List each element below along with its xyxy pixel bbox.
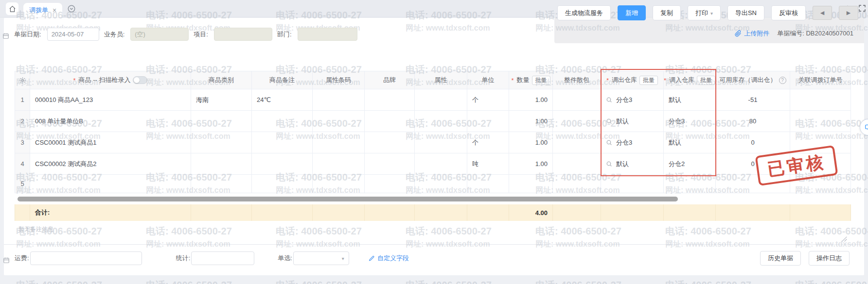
cell-category — [191, 111, 252, 132]
cell-product[interactable]: CSC00002 测试商品2 — [30, 153, 191, 175]
operation-log-button[interactable]: 操作日志 — [809, 251, 850, 266]
cell-attr-barcode — [313, 132, 365, 153]
search-icon[interactable] — [606, 118, 612, 124]
horizontal-scrollbar[interactable] — [18, 197, 678, 201]
cell-out-warehouse — [601, 175, 664, 193]
resize-handle-icon[interactable] — [841, 236, 848, 242]
cell-unit — [467, 175, 509, 193]
help-icon[interactable]: ? — [779, 77, 786, 84]
table-body: 1000010 商品AA_123海南24℃个1.00分仓3默认-512008 单… — [15, 89, 851, 193]
cell-related-order — [790, 89, 851, 111]
cell-in-warehouse[interactable]: 默认 — [664, 89, 716, 111]
prev-document-button[interactable]: ◀ — [813, 6, 832, 20]
column-related-order: 关联调拨订单号 — [790, 71, 851, 89]
column-attr: 属性 — [415, 71, 467, 89]
cell-product[interactable]: CSC00001 测试商品1 — [30, 132, 191, 153]
cell-in-warehouse[interactable]: 分仓2 — [664, 153, 716, 175]
bottom-bar: 运费: 统计: 单选: ▾ 自定义字段 — [15, 251, 409, 265]
document-form: 单据日期: 业务员: 项目: 部门: — [14, 28, 357, 41]
cell-attr — [415, 175, 467, 193]
column-in-warehouse: * 调入仓库 批量 — [664, 71, 716, 89]
next-document-button[interactable]: ▶ — [839, 6, 858, 20]
transfer-order-page: 调拨单 × 生成物流服务 新增 复制 打印▾ 导出SN 反审核 ◀ ▶ — [0, 0, 868, 284]
cell-brand — [365, 132, 415, 153]
fullscreen-icon[interactable] — [858, 4, 866, 12]
cell-category — [191, 175, 252, 193]
toolbar: 生成物流服务 新增 复制 打印▾ 导出SN 反审核 ◀ ▶ — [557, 5, 858, 20]
cell-row-number: 5 — [15, 175, 30, 193]
scan-gun-toggle[interactable] — [133, 76, 147, 84]
cell-attr-barcode — [313, 153, 365, 175]
column-product: * 商品 -- 扫描枪录入 — [30, 71, 191, 89]
salesman-input — [130, 28, 189, 41]
cell-out-warehouse[interactable]: 默认 — [601, 153, 664, 175]
generate-logistics-button[interactable]: 生成物流服务 — [557, 5, 611, 20]
custom-fields-link[interactable]: 自定义字段 — [369, 254, 409, 263]
cell-out-warehouse[interactable]: 分仓3 — [601, 132, 664, 153]
search-icon[interactable] — [606, 139, 612, 146]
upload-attachment-link[interactable]: 上传附件 — [735, 29, 769, 38]
cell-category — [191, 132, 252, 153]
cell-unit: 个 — [467, 89, 509, 111]
freight-input[interactable] — [30, 251, 142, 265]
history-button[interactable]: 历史单据 — [760, 251, 801, 266]
cell-in-warehouse[interactable]: 默认 — [664, 132, 716, 153]
search-icon[interactable] — [606, 161, 612, 167]
cell-brand — [365, 175, 415, 193]
date-input[interactable] — [47, 28, 99, 41]
cell-attr — [415, 89, 467, 111]
batch-in-warehouse-button[interactable]: 批量 — [697, 76, 715, 85]
column-available-stock: 可用库存（调出仓） ? — [716, 71, 790, 89]
column-settings — [15, 71, 30, 89]
cell-out-warehouse[interactable]: 默认 — [601, 111, 664, 132]
cell-available-stock: 80 — [716, 111, 790, 132]
caret-down-icon: ▾ — [710, 11, 713, 16]
unaudit-button[interactable]: 反审核 — [771, 5, 806, 20]
cell-unit: 吨 — [467, 153, 509, 175]
freight-label: 运费: — [15, 254, 29, 263]
cell-related-order — [790, 111, 851, 132]
tab-list-dropdown-button[interactable] — [67, 4, 76, 13]
column-brand: 品牌 — [365, 71, 415, 89]
cell-whole-piece — [553, 132, 601, 153]
cell-remark: 24℃ — [252, 89, 313, 111]
home-button[interactable] — [6, 2, 18, 15]
tab-label: 调拨单 — [29, 6, 48, 15]
print-button[interactable]: 打印▾ — [688, 5, 721, 20]
cell-qty[interactable]: 1.00 — [509, 132, 553, 153]
cell-qty[interactable]: 1.00 — [509, 111, 553, 132]
cell-attr — [415, 153, 467, 175]
cell-brand — [365, 111, 415, 132]
stats-label: 统计: — [176, 254, 191, 263]
dept-input — [298, 28, 357, 41]
column-qty: * 数量 批量 — [509, 71, 553, 89]
circle-chevron-down-icon — [67, 4, 76, 13]
batch-qty-button[interactable]: 批量 — [532, 76, 550, 85]
search-icon[interactable] — [606, 97, 612, 103]
cell-in-warehouse[interactable]: 分仓3 — [664, 111, 716, 132]
summary-qty-total: 4.00 — [509, 204, 553, 221]
tab-transfer-order[interactable]: 调拨单 × — [23, 3, 62, 17]
column-whole-piece: 整件散包 — [553, 71, 601, 89]
cell-attr — [415, 111, 467, 132]
single-select-dropdown[interactable]: ▾ — [293, 251, 349, 265]
summary-row: 合计: 4.00 — [15, 204, 851, 221]
table-row: 3CSC00001 测试商品1个1.00分仓3默认0 — [15, 132, 851, 153]
table-row: 4CSC00002 测试商品2吨1.00默认分仓20 — [15, 153, 851, 175]
salesman-label: 业务员: — [104, 30, 125, 39]
cell-out-warehouse[interactable]: 分仓3 — [601, 89, 664, 111]
cell-brand — [365, 153, 415, 175]
cell-unit — [467, 111, 509, 132]
copy-button[interactable]: 复制 — [653, 5, 681, 20]
cell-qty[interactable]: 1.00 — [509, 153, 553, 175]
cell-product[interactable]: 000010 商品AA_123 — [30, 89, 191, 111]
stats-input[interactable] — [191, 251, 254, 265]
gear-icon[interactable] — [19, 77, 26, 84]
cell-product[interactable]: 008 单计量单位B — [30, 111, 191, 132]
batch-out-warehouse-button[interactable]: 批量 — [639, 76, 658, 85]
tab-close-icon[interactable]: × — [53, 7, 56, 14]
column-category: 商品类别 — [191, 71, 252, 89]
cell-qty[interactable]: 1.00 — [509, 89, 553, 111]
export-sn-button[interactable]: 导出SN — [727, 5, 764, 20]
add-button[interactable]: 新增 — [618, 5, 646, 20]
